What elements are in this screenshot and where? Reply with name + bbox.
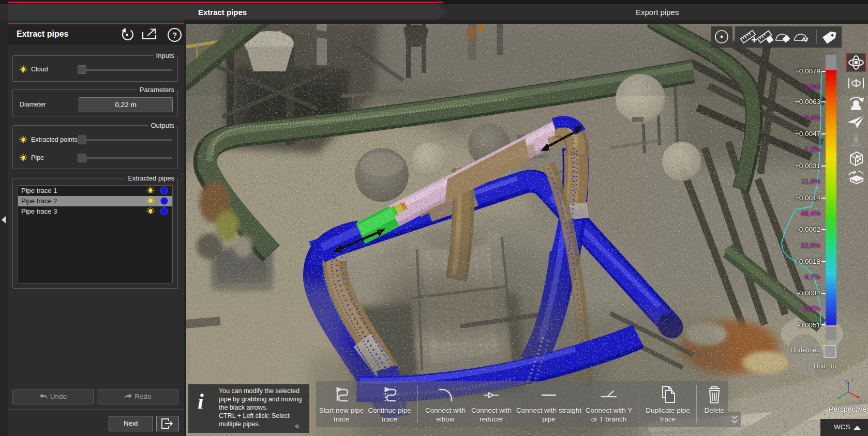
svg-text:?: ?	[172, 31, 177, 39]
svg-text:z: z	[845, 379, 847, 384]
svg-text:x: x	[851, 377, 854, 383]
